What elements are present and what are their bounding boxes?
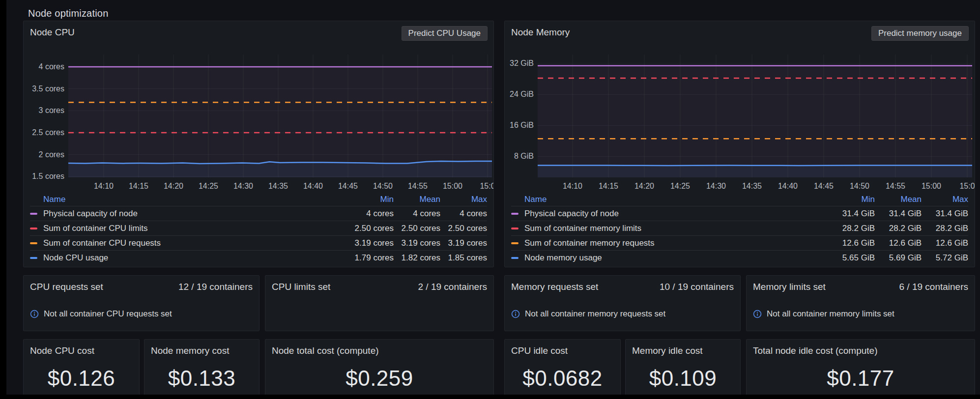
legend-series-toggle[interactable]: Sum of container memory requests [511,238,828,248]
note-text: Not all container CPU requests set [44,309,172,319]
node-memory-plot[interactable] [538,55,972,177]
series-color-swatch [30,213,37,215]
series-color-swatch [511,242,519,244]
legend-value-min: 4 cores [347,209,394,219]
series-color-swatch [511,257,519,259]
y-axis-tick-label: 8 GiB [504,152,534,161]
legend-value-max: 5.72 GiB [922,253,968,263]
legend-header-max: Max [922,195,968,204]
legend-value-max: 1.85 cores [440,253,487,263]
page-title: Node optimization [28,8,109,19]
legend-series-toggle[interactable]: Node memory usage [511,253,828,263]
x-axis-tick-label: 15:00 [916,182,947,191]
note-text: Not all container memory limits set [767,309,894,319]
cpu-idle-cost-value: $0.0682 [505,366,620,391]
legend-row: Physical capacity of node31.4 GiB31.4 Gi… [511,206,968,221]
stat-panel-memory-limits-set: Memory limits set6 / 19 containersNot al… [746,275,975,331]
info-icon[interactable] [30,310,39,318]
node-cpu-panel: Node CPUPredict CPU Usage4 cores3.5 core… [23,21,494,267]
legend-series-name: Node memory usage [524,253,602,263]
legend-value-min: 2.50 cores [347,224,394,233]
x-axis-tick-label: 14:15 [123,182,154,191]
x-axis-tick-label: 14:30 [228,182,259,191]
x-axis-tick-label: 14:10 [88,182,119,191]
legend-header-min: Min [828,195,875,204]
x-axis-tick-label: 14:15 [593,182,624,191]
legend-series-toggle[interactable]: Sum of container CPU requests [30,238,347,248]
node-memory-title: Node Memory [511,27,570,38]
legend-series-toggle[interactable]: Node CPU usage [30,253,347,263]
legend-series-toggle[interactable]: Physical capacity of node [30,209,347,219]
legend-value-min: 12.6 GiB [828,238,875,248]
y-axis-tick-label: 2.5 cores [26,128,64,137]
info-icon[interactable] [511,310,520,318]
legend-header-mean: Mean [394,195,440,204]
memory-requests-set-note: Not all container memory requests set [511,309,665,319]
stat-panel-memory-requests-set: Memory requests set10 / 19 containersNot… [504,275,741,331]
legend-value-mean: 5.69 GiB [875,253,922,263]
legend-series-toggle[interactable]: Physical capacity of node [511,209,828,219]
x-axis-tick-label: 14:10 [557,182,588,191]
memory-limits-set-value: 6 / 19 containers [899,282,968,292]
node-cpu-title: Node CPU [30,27,75,38]
series-color-swatch [511,228,519,229]
legend-value-min: 28.2 GiB [828,224,875,233]
node-memory-cost-value: $0.133 [144,366,259,391]
legend-value-mean: 28.2 GiB [875,224,922,233]
x-axis-tick-label: 15:0 [951,182,975,191]
node-cpu-predict-button[interactable]: Predict CPU Usage [402,26,488,41]
node-cpu-cost-title: Node CPU cost [30,345,94,356]
legend-row: Physical capacity of node4 cores4 cores4… [30,206,487,221]
legend-value-min: 1.79 cores [347,253,394,263]
memory-limits-set-note: Not all container memory limits set [753,309,894,319]
x-axis-tick-label: 14:55 [402,182,433,191]
legend-series-name: Sum of container memory requests [524,238,655,248]
legend-header-mean: Mean [875,195,922,204]
stat-panel-cpu-limits-set: CPU limits set2 / 19 containers [265,275,494,331]
y-axis-tick-label: 16 GiB [504,121,534,130]
legend-series-toggle[interactable]: Sum of container CPU limits [30,224,347,233]
legend-value-mean: 2.50 cores [394,224,440,233]
legend-value-mean: 4 cores [394,209,440,219]
series-line [538,165,972,166]
memory-limits-set-title: Memory limits set [753,282,826,292]
cost-panel-total-node-idle-cost: Total node idle cost (compute)$0.177 [746,339,975,399]
node-memory-cost-title: Node memory cost [151,345,229,356]
memory-idle-cost-title: Memory idle cost [632,345,703,356]
info-icon[interactable] [753,310,762,318]
node-total-cost-value: $0.259 [265,366,493,391]
y-axis-tick-label: 3 cores [26,106,64,115]
legend-value-max: 2.50 cores [440,224,487,233]
legend-row: Sum of container CPU limits2.50 cores2.5… [30,221,487,235]
legend-header-max: Max [440,195,487,204]
x-axis-tick-label: 15:0 [472,182,494,191]
node-cpu-legend: NameMinMeanMaxPhysical capacity of node4… [30,193,487,265]
x-axis-tick-label: 14:20 [629,182,660,191]
cost-panel-node-cpu-cost: Node CPU cost$0.126 [23,339,140,399]
node-cpu-cost-value: $0.126 [24,366,139,391]
legend-value-min: 3.19 cores [347,238,394,248]
x-axis-tick-label: 14:20 [158,182,189,191]
legend-series-toggle[interactable]: Sum of container memory limits [511,224,828,233]
series-color-swatch [30,242,37,244]
cpu-limits-set-title: CPU limits set [272,282,330,292]
legend-row: Node CPU usage1.79 cores1.82 cores1.85 c… [30,250,487,265]
legend-header-min: Min [347,195,394,204]
legend-series-name: Sum of container CPU limits [43,224,148,233]
memory-requests-set-value: 10 / 19 containers [660,282,734,292]
cpu-requests-set-title: CPU requests set [30,282,103,292]
x-axis-tick-label: 14:25 [664,182,696,191]
x-axis-tick-label: 14:30 [700,182,732,191]
legend-value-mean: 12.6 GiB [875,238,922,248]
grafana-dashboard: Node optimization Node CPUPredict CPU Us… [0,0,980,399]
y-axis-tick-label: 32 GiB [504,59,534,68]
x-axis-tick-label: 15:00 [437,182,468,191]
cost-panel-node-memory-cost: Node memory cost$0.133 [144,339,259,399]
series-color-swatch [511,213,519,215]
node-memory-predict-button[interactable]: Predict memory usage [871,26,969,41]
node-cpu-plot[interactable] [68,55,492,177]
y-axis-tick-label: 3.5 cores [26,85,64,93]
legend-value-mean: 1.82 cores [394,253,440,263]
legend-value-mean: 31.4 GiB [875,209,922,219]
memory-idle-cost-value: $0.109 [626,366,740,391]
